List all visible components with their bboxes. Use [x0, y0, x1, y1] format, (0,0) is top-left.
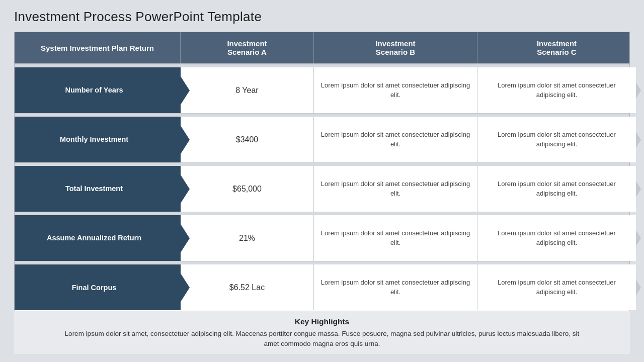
- row-label-years-text: Number of Years: [65, 85, 123, 95]
- corpus-scenario-b: Lorem ipsum dolor sit amet consectetuer …: [314, 264, 477, 310]
- header-col2: Investment Scenario A: [181, 32, 314, 63]
- row-label-annualized-text: Assume Annualized Return: [47, 233, 141, 243]
- annualized-scenario-c: Lorem ipsum dolor sit amet consectetuer …: [477, 215, 636, 261]
- corpus-value-c: Lorem ipsum dolor sit amet consectetuer …: [484, 278, 630, 297]
- investment-table: System Investment Plan Return Investment…: [14, 32, 630, 311]
- total-scenario-a: $65,000: [181, 166, 314, 212]
- table-row: Total Investment $65,000 Lorem ipsum dol…: [15, 166, 629, 212]
- row-label-annualized: Assume Annualized Return: [15, 215, 181, 261]
- annualized-value-b: Lorem ipsum dolor sit amet consectetuer …: [320, 229, 471, 248]
- key-highlights-text: Lorem ipsum dolor sit amet, consectetuer…: [58, 329, 586, 349]
- corpus-value-b: Lorem ipsum dolor sit amet consectetuer …: [320, 278, 471, 297]
- table-row: Assume Annualized Return 21% Lorem ipsum…: [15, 215, 629, 261]
- key-highlights-section: Key Highlights Lorem ipsum dolor sit ame…: [14, 311, 630, 354]
- header-col1: System Investment Plan Return: [15, 32, 181, 63]
- monthly-value-a: $3400: [236, 135, 259, 144]
- row-label-years: Number of Years: [15, 67, 181, 113]
- corpus-scenario-a: $6.52 Lac: [181, 264, 314, 310]
- row-label-total-text: Total Investment: [65, 184, 123, 194]
- arrow-right-icon: [636, 132, 641, 148]
- annualized-scenario-b: Lorem ipsum dolor sit amet consectetuer …: [314, 215, 477, 261]
- row-label-corpus: Final Corpus: [15, 264, 181, 310]
- page-title: Investment Process PowerPoint Template: [14, 9, 630, 25]
- arrow-right-icon: [636, 82, 641, 99]
- row-label-total: Total Investment: [15, 166, 181, 212]
- monthly-scenario-c: Lorem ipsum dolor sit amet consectetuer …: [477, 117, 636, 162]
- annualized-value-c: Lorem ipsum dolor sit amet consectetuer …: [484, 229, 630, 248]
- monthly-value-b: Lorem ipsum dolor sit amet consectetuer …: [320, 130, 471, 149]
- total-scenario-b: Lorem ipsum dolor sit amet consectetuer …: [314, 166, 477, 212]
- row-label-monthly-text: Monthly Investment: [60, 135, 128, 144]
- table-row: Final Corpus $6.52 Lac Lorem ipsum dolor…: [15, 264, 629, 310]
- total-value-a: $65,000: [232, 185, 262, 194]
- corpus-value-a: $6.52 Lac: [229, 283, 265, 292]
- annualized-scenario-a: 21%: [181, 215, 314, 261]
- total-value-c: Lorem ipsum dolor sit amet consectetuer …: [484, 179, 630, 199]
- row-label-corpus-text: Final Corpus: [72, 283, 117, 293]
- table-row: Monthly Investment $3400 Lorem ipsum dol…: [15, 117, 629, 163]
- monthly-scenario-a: $3400: [181, 117, 314, 162]
- row-label-monthly: Monthly Investment: [15, 117, 181, 162]
- years-scenario-b: Lorem ipsum dolor sit amet consectetuer …: [314, 67, 477, 113]
- total-scenario-c: Lorem ipsum dolor sit amet consectetuer …: [477, 166, 636, 212]
- arrow-right-icon: [636, 280, 641, 296]
- years-scenario-a: 8 Year: [181, 67, 314, 113]
- header-col3: Investment Scenario B: [314, 32, 477, 63]
- monthly-value-c: Lorem ipsum dolor sit amet consectetuer …: [484, 130, 630, 149]
- corpus-scenario-c: Lorem ipsum dolor sit amet consectetuer …: [477, 264, 636, 310]
- years-scenario-c: Lorem ipsum dolor sit amet consectetuer …: [477, 67, 636, 113]
- arrow-right-icon: [636, 181, 641, 197]
- years-value-a: 8 Year: [235, 86, 258, 95]
- total-value-b: Lorem ipsum dolor sit amet consectetuer …: [320, 179, 471, 199]
- table-header: System Investment Plan Return Investment…: [15, 32, 629, 64]
- page-container: Investment Process PowerPoint Template S…: [0, 0, 644, 362]
- monthly-scenario-b: Lorem ipsum dolor sit amet consectetuer …: [314, 117, 477, 162]
- years-value-c: Lorem ipsum dolor sit amet consectetuer …: [484, 81, 630, 100]
- table-row: Number of Years 8 Year Lorem ipsum dolor…: [15, 67, 629, 114]
- key-highlights-title: Key Highlights: [24, 317, 620, 326]
- annualized-value-a: 21%: [239, 234, 255, 243]
- arrow-right-icon: [636, 230, 641, 246]
- header-col4: Investment Scenario C: [477, 32, 636, 63]
- years-value-b: Lorem ipsum dolor sit amet consectetuer …: [320, 81, 471, 100]
